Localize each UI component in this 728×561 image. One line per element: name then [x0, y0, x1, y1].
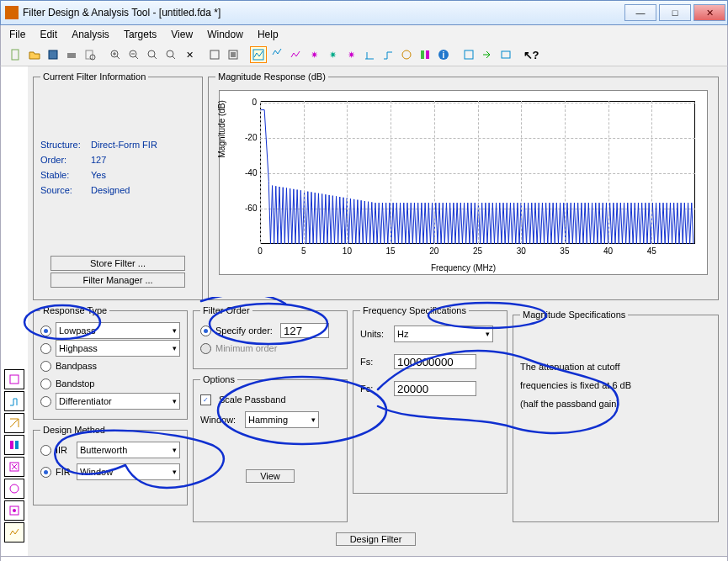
resptype-legend: Response Type: [40, 305, 109, 315]
sb-icon-7[interactable]: [4, 500, 24, 521]
close-button[interactable]: ✕: [693, 4, 725, 21]
diff-combo[interactable]: Differentiator: [56, 393, 180, 410]
step-icon[interactable]: [380, 46, 396, 63]
stable-value: Yes: [91, 170, 106, 180]
undock-icon[interactable]: [206, 46, 223, 63]
iir-combo[interactable]: Butterworth: [77, 442, 180, 458]
impulse-icon[interactable]: [361, 46, 378, 63]
sb-icon-5[interactable]: [4, 457, 24, 477]
print-preview-icon[interactable]: [82, 46, 98, 63]
svg-rect-21: [10, 441, 13, 449]
new-icon[interactable]: [8, 46, 24, 63]
ms-line2: frequencies is fixed at 6 dB: [520, 376, 711, 394]
zoom-y-icon[interactable]: [162, 46, 179, 63]
radio-specify-order[interactable]: [200, 325, 211, 336]
order-label: Order:: [40, 152, 91, 167]
sb-icon-2[interactable]: [4, 391, 24, 411]
response-type: Response Type Lowpass Highpass Bandpass …: [33, 305, 188, 420]
menubar: File Edit Analysis Targets View Window H…: [0, 25, 728, 44]
sb-icon-3[interactable]: [4, 413, 24, 433]
structure-label: Structure:: [40, 137, 91, 152]
svg-point-24: [10, 484, 19, 493]
order-input[interactable]: [280, 323, 329, 338]
save-icon[interactable]: [45, 46, 61, 63]
convert-icon[interactable]: [479, 46, 496, 63]
menu-window[interactable]: Window: [207, 29, 243, 40]
scale-label: Scale Passband: [219, 394, 286, 405]
svg-rect-19: [502, 51, 510, 58]
menu-help[interactable]: Help: [258, 29, 279, 40]
store-filter-button[interactable]: Store Filter ...: [50, 256, 185, 271]
titlebar: Filter Design & Analysis Tool - [untitle…: [0, 0, 728, 25]
dock-icon[interactable]: [225, 46, 242, 63]
sb-icon-6[interactable]: [4, 479, 24, 499]
help-icon[interactable]: ↖?: [523, 46, 539, 63]
lowpass-combo[interactable]: Lowpass: [56, 322, 180, 339]
source-value: Designed: [91, 185, 130, 195]
frequency-specifications: Frequency Specifications Units:Hz Fs: Fc…: [353, 305, 507, 494]
structure-value: Direct-Form FIR: [91, 140, 157, 150]
maximize-button[interactable]: □: [659, 4, 691, 21]
sb-icon-8[interactable]: [4, 522, 24, 542]
filter-manager-button[interactable]: Filter Manager ...: [50, 273, 185, 288]
specs-icon[interactable]: [460, 46, 477, 63]
radio-highpass[interactable]: [40, 343, 51, 354]
design-method: Design Method IIRButterworth FIRWindow: [33, 425, 188, 505]
options: Options ✓Scale Passband Window:Hamming V…: [193, 374, 348, 522]
radio-bandpass[interactable]: [40, 361, 51, 372]
realize-icon[interactable]: [497, 46, 514, 63]
groupdelay-icon[interactable]: ✷: [324, 46, 341, 63]
svg-rect-15: [426, 50, 429, 59]
full-view-icon[interactable]: [250, 46, 267, 63]
svg-rect-0: [12, 50, 19, 60]
mag-icon[interactable]: [268, 46, 285, 63]
zoom-in-icon[interactable]: [107, 46, 124, 63]
fo-legend: Filter Order: [200, 305, 252, 315]
menu-targets[interactable]: Targets: [124, 29, 157, 40]
units-label: Units:: [360, 329, 389, 339]
highpass-combo[interactable]: Highpass: [56, 340, 180, 357]
menu-analysis[interactable]: Analysis: [72, 29, 109, 40]
zoom-x-icon[interactable]: [144, 46, 161, 63]
phasedelay-icon[interactable]: ✷: [343, 46, 359, 63]
phase-icon[interactable]: [287, 46, 304, 63]
open-icon[interactable]: [26, 46, 43, 63]
svg-point-8: [167, 50, 173, 57]
fc-input[interactable]: [394, 381, 476, 396]
radio-iir[interactable]: [40, 445, 51, 456]
zoom-out-icon[interactable]: [125, 46, 142, 63]
sb-icon-1[interactable]: [4, 369, 24, 389]
polezero-icon[interactable]: [398, 46, 415, 63]
radio-bandstop[interactable]: [40, 378, 51, 389]
app-icon: [5, 6, 19, 19]
menu-view[interactable]: View: [171, 29, 193, 40]
menu-edit[interactable]: Edit: [40, 29, 57, 40]
units-combo[interactable]: Hz: [394, 325, 493, 342]
view-button[interactable]: View: [246, 469, 295, 483]
design-filter-button[interactable]: Design Filter: [336, 532, 417, 546]
radio-diff[interactable]: [40, 396, 51, 407]
scale-passband-checkbox[interactable]: ✓: [200, 394, 211, 405]
stable-label: Stable:: [40, 167, 91, 183]
svg-text:i: i: [443, 50, 445, 60]
sb-icon-4[interactable]: [4, 435, 24, 455]
fs-label: Fs:: [360, 357, 389, 367]
fir-label: FIR: [56, 467, 72, 477]
radio-lowpass[interactable]: [40, 325, 51, 336]
coeffs-icon[interactable]: [417, 46, 433, 63]
info-icon[interactable]: i: [435, 46, 452, 63]
fs-input[interactable]: [394, 354, 476, 369]
ms-line3: (half the passband gain): [520, 394, 711, 413]
menu-file[interactable]: File: [9, 29, 25, 40]
print-icon[interactable]: [63, 46, 80, 63]
window-combo[interactable]: Hamming: [245, 411, 319, 428]
minimize-button[interactable]: —: [624, 4, 656, 21]
zoom-fit-icon[interactable]: ✕: [181, 46, 198, 63]
radio-fir[interactable]: [40, 467, 51, 478]
magphase-icon[interactable]: ✷: [306, 46, 322, 63]
specify-label: Specify order:: [215, 325, 273, 336]
fir-combo[interactable]: Window: [77, 463, 180, 480]
window-title: Filter Design & Analysis Tool - [untitle…: [23, 7, 622, 19]
toolbar: ✕ ✷ ✷ ✷ i ↖?: [0, 44, 728, 66]
min-order-label: Minimum order: [215, 343, 277, 353]
